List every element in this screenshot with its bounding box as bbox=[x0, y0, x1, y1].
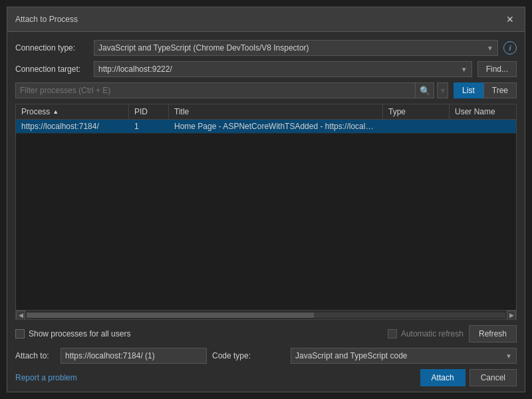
code-type-select[interactable]: JavaScript and TypeScript code ▼ bbox=[291, 348, 517, 364]
code-type-value: JavaScript and TypeScript code bbox=[295, 351, 408, 360]
cell-pid: 1 bbox=[129, 120, 169, 133]
connection-target-row: Connection target: http://localhost:9222… bbox=[15, 61, 517, 77]
column-username-label: User Name bbox=[455, 107, 495, 116]
report-problem-link[interactable]: Report a problem bbox=[15, 373, 77, 382]
column-title-label: Title bbox=[174, 107, 189, 116]
chevron-down-icon-3: ▼ bbox=[505, 352, 512, 360]
process-table-wrapper: Process ▲ PID Title Type User Name bbox=[15, 104, 517, 320]
connection-type-row: Connection type: JavaScript and TypeScri… bbox=[15, 40, 517, 56]
show-all-users-checkbox[interactable] bbox=[15, 329, 25, 338]
attach-button[interactable]: Attach bbox=[420, 369, 466, 386]
scroll-thumb[interactable] bbox=[27, 313, 314, 318]
attach-to-label: Attach to: bbox=[15, 351, 55, 360]
connection-target-value: http://localhost:9222/ bbox=[98, 65, 458, 74]
close-button[interactable]: ✕ bbox=[503, 13, 517, 26]
connection-target-combo[interactable]: http://localhost:9222/ ▼ bbox=[94, 61, 472, 77]
column-pid-label: PID bbox=[134, 107, 148, 116]
attach-to-process-dialog: Attach to Process ✕ Connection type: Jav… bbox=[7, 7, 525, 392]
view-toggle: List Tree bbox=[454, 82, 517, 98]
scroll-left-arrow[interactable]: ◀ bbox=[16, 311, 25, 320]
info-icon[interactable]: i bbox=[503, 41, 517, 55]
bottom-section: Show processes for all users Automatic r… bbox=[7, 320, 525, 392]
refresh-button[interactable]: Refresh bbox=[469, 325, 517, 342]
auto-refresh-label: Automatic refresh bbox=[401, 329, 464, 338]
column-process-label: Process bbox=[21, 107, 50, 116]
table-row[interactable]: https://localhost:7184/ 1 Home Page - AS… bbox=[16, 120, 516, 134]
show-all-users-checkbox-label[interactable]: Show processes for all users bbox=[15, 329, 130, 338]
attach-to-input[interactable] bbox=[61, 348, 207, 364]
connection-type-value: JavaScript and TypeScript (Chrome DevToo… bbox=[98, 43, 484, 53]
horizontal-scrollbar[interactable]: ◀ ▶ bbox=[16, 310, 516, 319]
filter-dropdown-btn[interactable]: ▼ bbox=[437, 82, 448, 98]
search-icon[interactable]: 🔍 bbox=[416, 82, 434, 98]
cell-title: Home Page - ASPNetCoreWithTSAdded - http… bbox=[169, 120, 383, 133]
scroll-track[interactable] bbox=[27, 313, 505, 318]
chevron-down-icon-2: ▼ bbox=[461, 66, 467, 73]
scroll-right-arrow[interactable]: ▶ bbox=[507, 311, 516, 320]
connection-type-combo[interactable]: JavaScript and TypeScript (Chrome DevToo… bbox=[94, 40, 498, 56]
cell-type bbox=[383, 124, 450, 128]
title-bar: Attach to Process ✕ bbox=[7, 7, 525, 32]
process-table: Process ▲ PID Title Type User Name bbox=[15, 104, 517, 320]
action-buttons: Attach Cancel bbox=[420, 369, 517, 386]
column-type-label: Type bbox=[388, 107, 406, 116]
bottom-row3: Report a problem Attach Cancel bbox=[15, 369, 517, 386]
table-header: Process ▲ PID Title Type User Name bbox=[16, 104, 516, 120]
sort-asc-icon: ▲ bbox=[53, 108, 59, 115]
code-type-label: Code type: bbox=[212, 351, 285, 360]
column-header-title[interactable]: Title bbox=[169, 104, 383, 119]
filter-input[interactable] bbox=[15, 82, 416, 98]
tree-view-button[interactable]: Tree bbox=[483, 82, 517, 98]
cancel-button[interactable]: Cancel bbox=[469, 369, 517, 386]
list-view-button[interactable]: List bbox=[454, 82, 483, 98]
bottom-row1: Show processes for all users Automatic r… bbox=[15, 325, 517, 342]
cell-username bbox=[450, 124, 516, 128]
column-header-process[interactable]: Process ▲ bbox=[16, 104, 129, 119]
column-header-pid[interactable]: PID bbox=[129, 104, 169, 119]
table-body: https://localhost:7184/ 1 Home Page - AS… bbox=[16, 120, 516, 310]
bottom-row2: Attach to: Code type: JavaScript and Typ… bbox=[15, 348, 517, 364]
filter-view-row: 🔍 ▼ List Tree bbox=[15, 82, 517, 98]
cell-process: https://localhost:7184/ bbox=[16, 120, 129, 133]
chevron-down-icon: ▼ bbox=[487, 45, 493, 52]
column-header-type[interactable]: Type bbox=[383, 104, 450, 119]
dialog-content: Connection type: JavaScript and TypeScri… bbox=[7, 32, 525, 320]
dialog-title: Attach to Process bbox=[15, 15, 78, 24]
auto-refresh-checkbox[interactable] bbox=[388, 329, 397, 338]
auto-refresh-checkbox-label[interactable]: Automatic refresh bbox=[388, 329, 464, 338]
find-button[interactable]: Find... bbox=[477, 61, 517, 77]
column-header-username[interactable]: User Name bbox=[450, 104, 516, 119]
filter-row: 🔍 ▼ bbox=[15, 82, 448, 98]
show-all-users-label: Show processes for all users bbox=[29, 329, 130, 338]
connection-type-label: Connection type: bbox=[15, 43, 88, 53]
connection-target-label: Connection target: bbox=[15, 65, 88, 74]
